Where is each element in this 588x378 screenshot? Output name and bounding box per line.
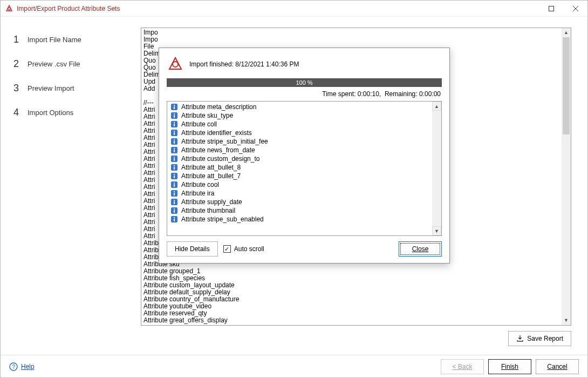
svg-rect-29 [174,176,175,178]
svg-rect-11 [174,124,175,126]
svg-rect-8 [174,115,175,118]
list-item[interactable]: Attribute att_bullet_7 [167,172,441,180]
info-icon [170,164,178,171]
log-scrollbar[interactable]: ▲ ▼ [562,28,571,325]
list-item-label: Attribute thumbnail [181,207,235,214]
svg-rect-5 [174,106,175,109]
svg-rect-13 [174,131,175,132]
info-icon [170,155,178,163]
step-preview-import[interactable]: 3 Preview Import [1,76,130,100]
footer: ? Help < Back Finish Cancel [1,355,587,377]
app-icon [5,4,13,13]
close-label: Close [412,245,429,253]
step-number: 2 [12,58,20,70]
maximize-button[interactable] [539,1,563,17]
list-item[interactable]: Attribute identifier_exists [167,129,441,137]
help-icon[interactable]: ? [9,362,18,371]
save-report-button[interactable]: Save Report [508,331,571,346]
svg-rect-7 [174,113,175,114]
list-item-label: Attribute supply_date [181,198,242,206]
list-item-label: Attribute att_bullet_8 [181,164,241,171]
list-item-label: Attribute custom_design_to [181,155,259,163]
titlebar: Import/Export Product Attribute Sets [1,1,587,17]
list-item[interactable]: Attribute ira [167,189,441,198]
svg-rect-28 [174,174,175,175]
step-preview-csv[interactable]: 2 Preview .csv File [1,52,130,76]
time-spent-label: Time spent: [322,90,355,98]
list-item-label: Attribute att_bullet_7 [181,172,241,180]
auto-scroll-label: Auto scroll [234,245,264,253]
list-item[interactable]: Attribute cool [167,180,441,189]
list-item[interactable]: Attribute custom_design_to [167,154,441,163]
info-icon [170,112,178,119]
progress-dialog: Import finished: 8/12/2021 1:40:36 PM 10… [159,48,450,264]
svg-rect-23 [174,158,175,161]
svg-rect-17 [174,141,175,144]
scroll-down-icon[interactable]: ▼ [432,226,441,235]
auto-scroll-checkbox[interactable]: ✓ Auto scroll [223,245,264,253]
list-item[interactable]: Attribute supply_date [167,198,441,206]
info-icon [170,129,178,137]
dialog-button-row: Hide Details ✓ Auto scroll Close [165,236,444,258]
step-import-file-name[interactable]: 1 Import File Name [1,28,130,52]
help-link[interactable]: Help [21,363,35,370]
svg-rect-35 [174,193,175,195]
progress-percent: 100 % [167,78,442,87]
list-item[interactable]: Attribute stripe_sub_initial_fee [167,137,441,146]
list-item[interactable]: Attribute coll [167,120,441,129]
svg-rect-41 [174,210,175,213]
list-item[interactable]: Attribute sku_type [167,111,441,120]
svg-point-0 [8,7,11,10]
info-icon [170,138,178,145]
svg-rect-25 [174,165,175,166]
scroll-down-icon[interactable]: ▼ [562,316,571,325]
dialog-header: Import finished: 8/12/2021 1:40:36 PM [165,53,444,77]
checkbox-box[interactable]: ✓ [223,245,231,253]
list-item[interactable]: Attribute meta_description [167,103,441,111]
back-button: < Back [441,359,484,374]
step-import-options[interactable]: 4 Import Options [1,100,130,125]
list-item-label: Attribute news_from_date [181,146,255,154]
info-icon [170,146,178,154]
svg-rect-10 [174,122,175,123]
details-scrollbar[interactable]: ▲ ▼ [432,102,441,235]
list-item-label: Attribute meta_description [181,103,256,111]
list-item[interactable]: Attribute thumbnail [167,206,441,215]
svg-rect-19 [174,148,175,149]
cancel-button[interactable]: Cancel [536,359,579,374]
window-title: Import/Export Product Attribute Sets [17,5,539,12]
svg-rect-22 [174,157,175,158]
svg-rect-32 [174,184,175,187]
step-label: Preview .csv File [28,60,80,68]
scroll-thumb[interactable] [563,37,570,134]
details-list[interactable]: Attribute meta_descriptionAttribute sku_… [167,101,442,236]
info-icon [170,190,178,197]
svg-rect-20 [174,150,175,152]
dialog-title: Import finished: 8/12/2021 1:40:36 PM [189,60,299,68]
svg-rect-40 [174,208,175,210]
list-item[interactable]: Attribute att_bullet_8 [167,163,441,172]
scroll-track[interactable] [432,111,441,226]
list-item-label: Attribute cool [181,181,219,188]
finish-label: Finish [501,363,518,370]
svg-point-2 [173,62,178,67]
finish-button[interactable]: Finish [488,359,531,374]
info-icon [170,198,178,206]
scroll-up-icon[interactable]: ▲ [432,102,441,111]
list-item[interactable]: Attribute news_from_date [167,146,441,154]
scroll-track[interactable] [562,37,571,316]
close-window-button[interactable] [563,1,587,17]
list-item-label: Attribute identifier_exists [181,129,252,137]
hide-details-button[interactable]: Hide Details [167,241,218,256]
info-icon [170,215,178,223]
remaining-label: Remaining: [385,90,418,98]
svg-rect-34 [174,191,175,192]
remaining-value: 0:00:00 [419,90,441,98]
svg-text:?: ? [12,363,15,370]
list-item[interactable]: Attribute stripe_sub_enabled [167,215,441,224]
scroll-up-icon[interactable]: ▲ [562,28,571,37]
list-item-label: Attribute stripe_sub_enabled [181,215,264,223]
step-label: Import Options [28,109,73,117]
close-button[interactable]: Close [399,241,442,256]
body: 1 Import File Name 2 Preview .csv File 3… [1,17,587,355]
